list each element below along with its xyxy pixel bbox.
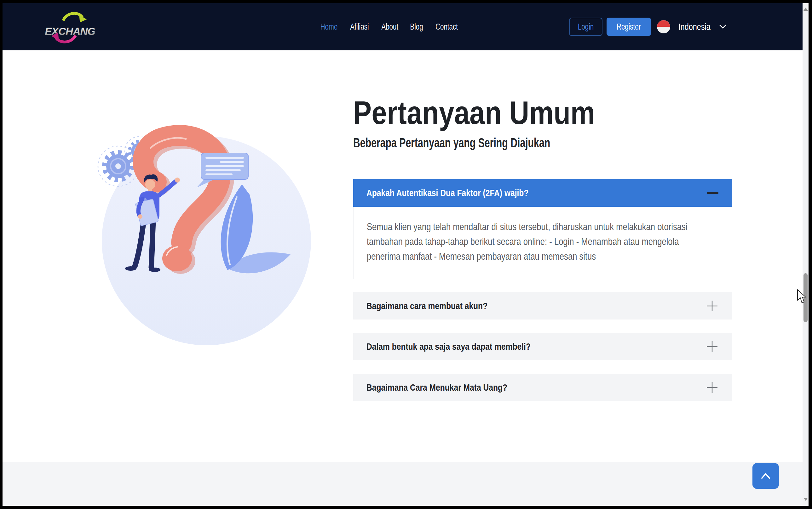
exchange-logo[interactable]: EXCHANGE xyxy=(44,8,95,45)
faq-item-3-header[interactable]: Dalam bentuk apa saja saya dapat membeli… xyxy=(353,333,732,360)
register-button[interactable]: Register xyxy=(606,18,651,36)
chevron-down-icon xyxy=(719,24,727,29)
faq-item-1-header[interactable]: Apakah Autentikasi Dua Faktor (2FA) waji… xyxy=(353,179,732,207)
nav-link-blog[interactable]: Blog xyxy=(408,22,425,32)
faq-question-illustration xyxy=(95,120,321,352)
scrollbar-down-arrow-icon[interactable] xyxy=(804,498,808,501)
language-selector[interactable]: Indonesia xyxy=(657,20,727,33)
nav-link-about[interactable]: About xyxy=(379,22,401,32)
main-nav: Home Afiliasi About Blog Contact xyxy=(318,3,461,50)
faq-item-4-header[interactable]: Bagaimana Cara Menukar Mata Uang? xyxy=(353,374,732,401)
logo-text: EXCHANGE xyxy=(45,26,95,37)
scroll-to-top-button[interactable] xyxy=(752,463,779,489)
logo-top-arrow-icon xyxy=(63,13,87,22)
scrollbar-thumb[interactable] xyxy=(804,273,808,322)
nav-link-home[interactable]: Home xyxy=(318,22,340,32)
vertical-scrollbar[interactable] xyxy=(803,3,809,506)
page-subtitle: Beberapa Pertanyaan yang Sering Diajukan xyxy=(353,135,627,150)
browser-viewport: EXCHANGE Home Afiliasi About Blog Contac… xyxy=(2,3,803,506)
faq-accordion: Apakah Autentikasi Dua Faktor (2FA) waji… xyxy=(353,179,732,401)
faq-item: Apakah Autentikasi Dua Faktor (2FA) waji… xyxy=(353,179,732,279)
footer-section xyxy=(2,462,803,506)
page-title: Pertanyaan Umum xyxy=(353,96,641,130)
screen-frame: EXCHANGE Home Afiliasi About Blog Contac… xyxy=(0,0,812,509)
navbar: EXCHANGE Home Afiliasi About Blog Contac… xyxy=(2,3,803,50)
faq-item-1-answer: Semua klien yang telah mendaftar di situ… xyxy=(367,219,707,264)
nav-link-contact[interactable]: Contact xyxy=(432,22,461,32)
chevron-up-icon xyxy=(759,471,773,481)
minus-icon[interactable] xyxy=(707,192,718,194)
login-button[interactable]: Login xyxy=(569,18,602,36)
plus-icon[interactable] xyxy=(706,340,718,353)
plus-icon[interactable] xyxy=(706,381,718,394)
indonesia-flag-icon xyxy=(657,20,670,33)
plus-icon[interactable] xyxy=(706,300,718,312)
faq-item-1-answer-panel: Semua klien yang telah mendaftar di situ… xyxy=(353,207,732,279)
faq-item-2-header[interactable]: Bagaimana cara membuat akun? xyxy=(353,292,732,319)
nav-link-afiliasi[interactable]: Afiliasi xyxy=(347,22,372,32)
scrollbar-up-arrow-icon[interactable] xyxy=(804,7,808,11)
navbar-actions: Login Register Indonesia xyxy=(569,3,727,50)
language-label: Indonesia xyxy=(674,22,715,32)
